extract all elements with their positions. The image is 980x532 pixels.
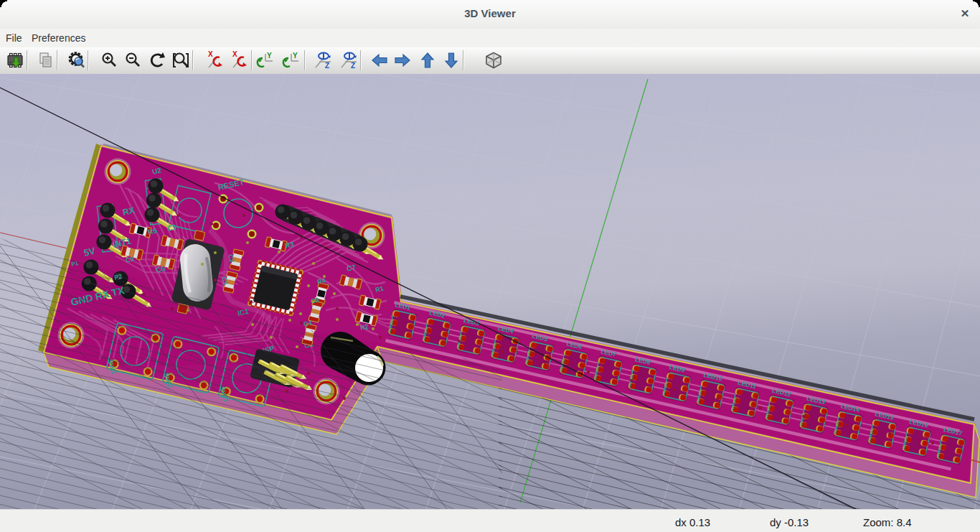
svg-text:X: X bbox=[208, 51, 213, 58]
svg-text:Z: Z bbox=[351, 62, 355, 70]
svg-text:Y: Y bbox=[267, 52, 272, 60]
svg-text:Z: Z bbox=[325, 62, 329, 70]
svg-text:X: X bbox=[232, 51, 237, 58]
svg-text:Y: Y bbox=[293, 52, 298, 60]
